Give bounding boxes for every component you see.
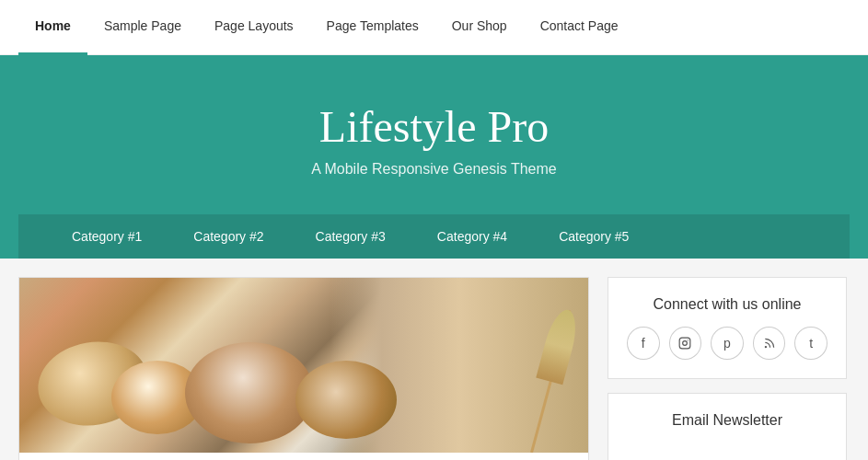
category-1[interactable]: Category #1: [46, 214, 168, 259]
site-title: Lifestyle Pro: [18, 101, 850, 152]
hero-section: Lifestyle Pro A Mobile Responsive Genesi…: [0, 55, 868, 259]
twitter-icon[interactable]: t: [794, 327, 827, 360]
category-5[interactable]: Category #5: [533, 214, 654, 259]
facebook-icon[interactable]: f: [627, 327, 660, 360]
category-nav: Category #1 Category #2 Category #3 Cate…: [18, 214, 850, 259]
rss-icon[interactable]: [753, 327, 786, 360]
svg-point-1: [683, 341, 688, 346]
top-nav: Home Sample Page Page Layouts Page Templ…: [0, 0, 868, 55]
post-card: [18, 277, 589, 460]
svg-point-3: [764, 346, 766, 348]
svg-rect-0: [680, 338, 691, 349]
category-2[interactable]: Category #2: [168, 214, 289, 259]
sidebar: Connect with us online f p: [608, 277, 847, 460]
main-content: Connect with us online f p: [0, 259, 868, 460]
nav-item-home[interactable]: Home: [18, 0, 87, 55]
nav-item-page-layouts[interactable]: Page Layouts: [198, 0, 310, 55]
category-3[interactable]: Category #3: [290, 214, 411, 259]
pinterest-icon[interactable]: p: [711, 327, 744, 360]
category-4[interactable]: Category #4: [411, 214, 533, 259]
post-image: [19, 278, 588, 453]
nav-item-contact-page[interactable]: Contact Page: [524, 0, 635, 55]
connect-widget: Connect with us online f p: [608, 277, 847, 379]
site-subtitle: A Mobile Responsive Genesis Theme: [18, 161, 850, 178]
email-widget: Email Newsletter: [608, 393, 847, 460]
social-icons-container: f p t: [627, 327, 827, 360]
nav-item-sample-page[interactable]: Sample Page: [87, 0, 198, 55]
instagram-icon[interactable]: [669, 327, 702, 360]
email-newsletter-title: Email Newsletter: [627, 412, 827, 429]
svg-point-2: [688, 339, 689, 340]
nav-item-page-templates[interactable]: Page Templates: [310, 0, 435, 55]
nav-item-our-shop[interactable]: Our Shop: [435, 0, 524, 55]
connect-title: Connect with us online: [627, 296, 827, 313]
